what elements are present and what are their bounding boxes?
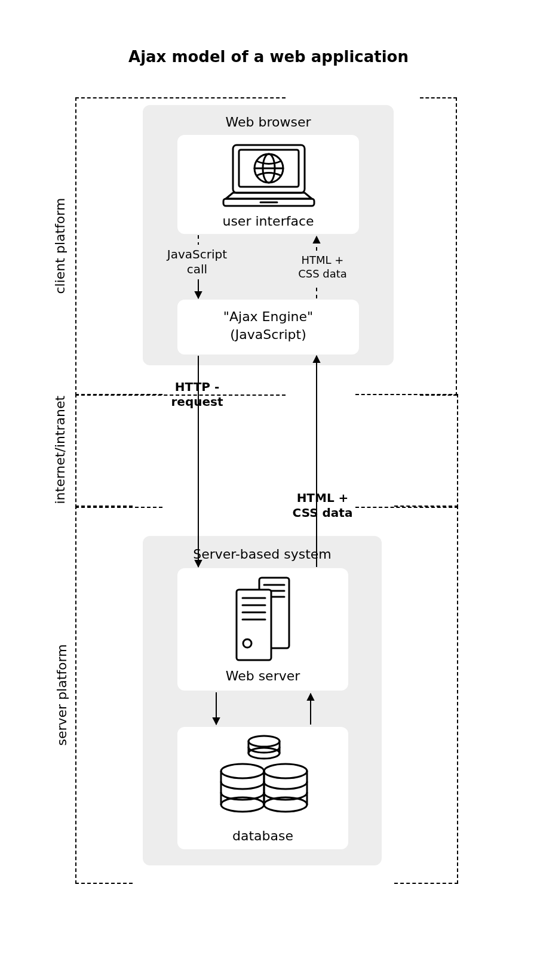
js-call-line2: call (187, 262, 207, 276)
html-css-up-line1: HTML + (302, 254, 344, 266)
svg-point-19 (221, 764, 264, 778)
server-region-left (75, 506, 133, 884)
client-region-right (420, 97, 457, 396)
internet-region-right (355, 394, 458, 508)
svg-rect-11 (237, 590, 271, 660)
internet-label: internet/intranet (53, 397, 67, 504)
web-server-label: Web server (177, 668, 348, 683)
svg-point-21 (264, 764, 307, 778)
server-platform-label: server platform (54, 645, 69, 746)
client-platform-label: client platform (53, 199, 67, 294)
http-req-line2: request (171, 395, 223, 409)
server-system-label: Server-based system (143, 547, 382, 562)
html-css-up-line2: CSS data (298, 267, 347, 280)
html-css-net-line2: CSS data (293, 506, 353, 520)
html-css-up-label: HTML + CSS data (275, 254, 370, 281)
svg-point-17 (248, 736, 280, 747)
http-request-label: HTTP - request (155, 380, 239, 409)
database-icon (216, 733, 312, 825)
user-interface-label: user interface (177, 214, 359, 229)
http-req-line1: HTTP - (175, 380, 219, 394)
ajax-engine-label-1: "Ajax Engine" (177, 309, 359, 324)
server-region-right (394, 506, 458, 884)
html-css-net-label: HTML + CSS data (275, 491, 370, 520)
diagram-canvas: Ajax model of a web application client p… (0, 0, 537, 980)
database-label: database (177, 828, 348, 843)
server-icon (227, 574, 299, 664)
js-call-line1: JavaScript (167, 247, 227, 261)
web-browser-label: Web browser (143, 115, 394, 130)
html-css-net-line1: HTML + (297, 491, 349, 505)
ajax-engine-label-2: (JavaScript) (177, 327, 359, 342)
laptop-globe-icon (215, 140, 323, 211)
js-call-label: JavaScript call (149, 247, 245, 277)
diagram-title: Ajax model of a web application (0, 48, 537, 66)
internet-region-left (75, 394, 162, 508)
